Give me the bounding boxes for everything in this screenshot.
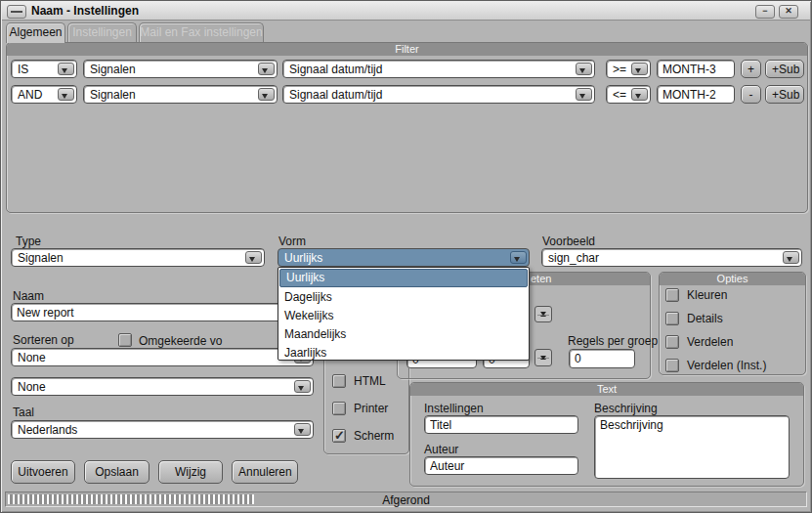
filter-group-title: Filter — [7, 43, 807, 56]
minimize-button[interactable]: − — [755, 5, 775, 19]
filter-row2-field-select[interactable]: Signaal datum/tijd — [282, 85, 595, 104]
filter-row1-comparator-select[interactable]: >= — [606, 60, 651, 78]
verdelen-checkbox-label: Verdelen — [687, 335, 733, 349]
omgekeerde-checkbox[interactable] — [118, 333, 132, 347]
filter-row1-source-select[interactable]: Signalen — [83, 60, 278, 78]
uitvoeren-button[interactable]: Uitvoeren — [11, 460, 75, 484]
status-text: Afgerond — [6, 493, 806, 507]
text-group-title: Text — [410, 383, 803, 396]
html-checkbox-label: HTML — [354, 374, 386, 388]
vorm-select[interactable]: Uurlijks — [278, 248, 530, 267]
window-menu-icon[interactable] — [7, 5, 26, 19]
tab-instellingen[interactable]: Instellingen — [67, 22, 137, 42]
naam-label: Naam — [13, 289, 44, 303]
chevron-down-icon — [294, 380, 311, 393]
wijzig-button[interactable]: Wijzig — [158, 460, 223, 484]
dropdown-option-jaarlijks[interactable]: Jaarlijks — [278, 344, 529, 363]
chevron-down-icon — [510, 251, 527, 264]
sorteren-op-label: Sorteren op — [13, 333, 74, 347]
omgekeerde-label: Omgekeerde vo — [139, 334, 222, 348]
verdelen-inst-checkbox-label: Verdelen (Inst.) — [687, 359, 766, 372]
chevron-down-icon — [258, 63, 275, 75]
regels-per-groep-label: Regels per groep — [568, 334, 658, 348]
chevron-down-icon — [294, 423, 311, 436]
beschrijving-textarea[interactable]: Beschrijving — [594, 415, 790, 479]
regels-per-groep-input[interactable] — [569, 349, 635, 368]
type-select[interactable]: Signalen — [11, 248, 265, 267]
chevron-down-icon — [631, 88, 648, 101]
voorbeeld-label: Voorbeeld — [542, 235, 595, 248]
kleuren-checkbox[interactable] — [665, 288, 679, 302]
filter-row1-addsub-button[interactable]: +Sub — [765, 60, 804, 78]
filter-row2-addsub-button[interactable]: +Sub — [765, 85, 804, 104]
sorteren-select-2[interactable]: None — [11, 377, 314, 396]
filter-row2-remove-button[interactable]: - — [741, 85, 761, 104]
tab-mail-en-fax[interactable]: Mail en Fax instellingen — [139, 22, 264, 42]
scherm-checkbox-label: Scherm — [354, 429, 394, 443]
chevron-down-icon — [245, 251, 262, 264]
filter-row1-operator-select[interactable]: IS — [11, 60, 77, 78]
close-button[interactable]: ✕ — [779, 5, 798, 19]
tab-algemeen[interactable]: Algemeen — [6, 22, 65, 43]
type-label: Type — [16, 235, 41, 248]
printer-checkbox[interactable] — [332, 402, 346, 415]
details-checkbox[interactable] — [665, 312, 679, 325]
verdelen-checkbox[interactable] — [665, 335, 679, 349]
chevron-down-icon — [631, 63, 648, 75]
vorm-label: Vorm — [278, 235, 306, 248]
annuleren-button[interactable]: Annuleren — [232, 460, 298, 484]
filter-row1-add-button[interactable]: + — [741, 60, 761, 78]
status-bar: Afgerond — [5, 492, 807, 507]
chevron-down-icon — [58, 88, 74, 101]
chevron-down-icon — [258, 88, 275, 101]
vorm-dropdown-list: Uurlijks Dagelijks Wekelijks Maandelijks… — [278, 267, 530, 361]
scherm-checkbox[interactable] — [332, 429, 346, 443]
verdelen-inst-checkbox[interactable] — [665, 359, 679, 372]
auteur-label: Auteur — [424, 443, 458, 456]
spinner-up-down-icon[interactable] — [534, 306, 552, 322]
dropdown-option-wekelijks[interactable]: Wekelijks — [278, 307, 529, 325]
taal-label: Taal — [13, 406, 34, 419]
chevron-down-icon — [783, 251, 799, 264]
chevron-down-icon — [58, 63, 74, 75]
filter-row1-field-select[interactable]: Signaal datum/tijd — [282, 60, 595, 78]
details-checkbox-label: Details — [687, 312, 723, 325]
html-checkbox[interactable] — [332, 374, 346, 388]
filter-row1-value-input[interactable] — [657, 60, 735, 78]
titel-input[interactable] — [424, 415, 578, 434]
opties-group-title: Opties — [660, 273, 805, 285]
auteur-input[interactable] — [424, 456, 578, 475]
taal-select[interactable]: Nederlands — [11, 420, 314, 439]
voorbeeld-select[interactable]: sign_char — [541, 248, 802, 267]
settings-window: Naam - Instellingen − ✕ Algemeen Instell… — [0, 0, 812, 513]
sorteren-select-1[interactable]: None — [11, 348, 314, 366]
chevron-down-icon — [576, 88, 592, 101]
title-bar: Naam - Instellingen − ✕ — [2, 2, 810, 21]
instellingen-label: Instellingen — [424, 402, 484, 415]
kleuren-checkbox-label: Kleuren — [687, 288, 727, 302]
opslaan-button[interactable]: Opslaan — [84, 460, 150, 484]
dropdown-option-uurlijks[interactable]: Uurlijks — [279, 269, 528, 287]
naam-input[interactable] — [11, 303, 314, 321]
filter-row2-source-select[interactable]: Signalen — [83, 85, 278, 104]
beschrijving-label: Beschrijving — [594, 402, 658, 415]
chevron-down-icon — [576, 63, 592, 75]
dropdown-option-dagelijks[interactable]: Dagelijks — [278, 288, 529, 307]
printer-checkbox-label: Printer — [354, 402, 388, 415]
window-title: Naam - Instellingen — [31, 4, 139, 18]
spinner-up-down-icon[interactable] — [534, 349, 552, 366]
filter-row2-comparator-select[interactable]: <= — [606, 85, 651, 104]
filter-row2-operator-select[interactable]: AND — [11, 85, 77, 104]
filter-row2-value-input[interactable] — [657, 85, 735, 104]
dropdown-option-maandelijks[interactable]: Maandelijks — [278, 325, 529, 344]
